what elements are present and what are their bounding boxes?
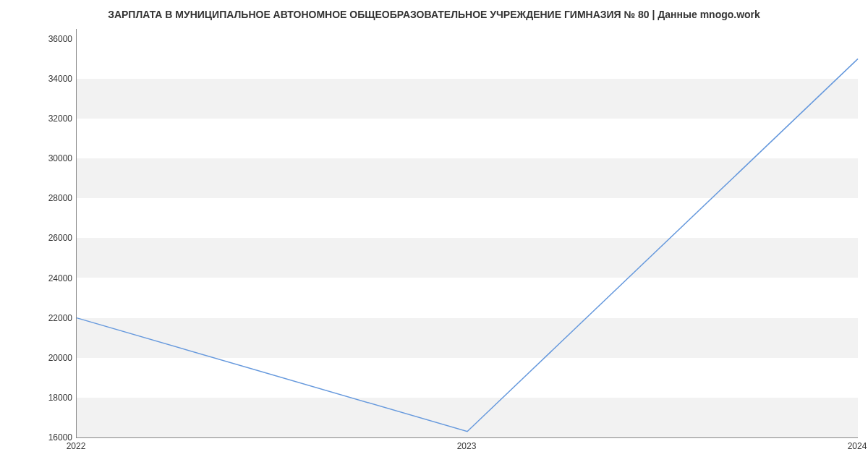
y-tick-label: 28000 bbox=[29, 193, 72, 203]
y-tick-label: 20000 bbox=[29, 353, 72, 363]
y-tick-label: 24000 bbox=[29, 273, 72, 283]
plot-area bbox=[76, 29, 858, 438]
y-tick-label: 34000 bbox=[29, 74, 72, 84]
x-tick-label: 2022 bbox=[67, 441, 86, 451]
y-tick-label: 30000 bbox=[29, 153, 72, 163]
x-tick-label: 2024 bbox=[848, 441, 867, 451]
chart-title: ЗАРПЛАТА В МУНИЦИПАЛЬНОЕ АВТОНОМНОЕ ОБЩЕ… bbox=[0, 0, 868, 26]
y-tick-label: 18000 bbox=[29, 393, 72, 403]
y-tick-label: 26000 bbox=[29, 233, 72, 243]
x-tick-label: 2023 bbox=[457, 441, 477, 451]
y-tick-label: 36000 bbox=[29, 34, 72, 44]
y-tick-label: 22000 bbox=[29, 313, 72, 323]
y-tick-label: 32000 bbox=[29, 114, 72, 124]
chart-container: ЗАРПЛАТА В МУНИЦИПАЛЬНОЕ АВТОНОМНОЕ ОБЩЕ… bbox=[0, 0, 868, 470]
line-path bbox=[77, 29, 858, 437]
